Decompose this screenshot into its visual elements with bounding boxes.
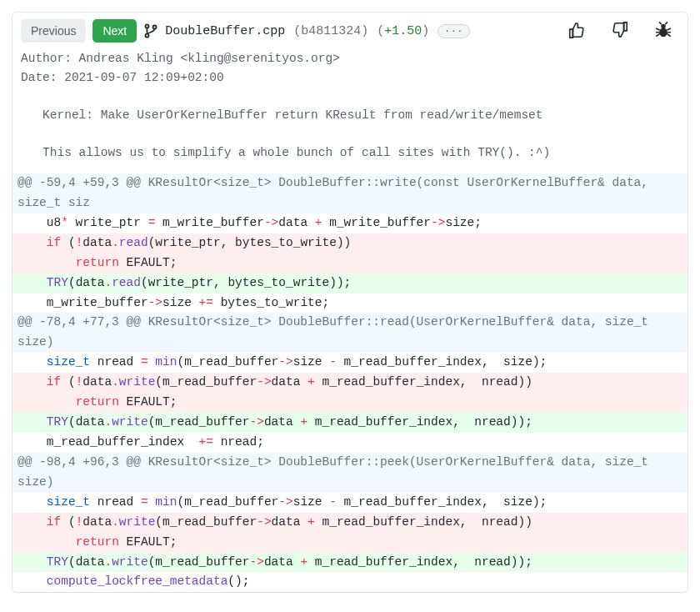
score-close: )	[422, 24, 429, 38]
bug-icon[interactable]	[654, 21, 672, 42]
diff-hunk-header: @@ -98,4 +96,3 @@ KResultOr<size_t> Doub…	[12, 453, 688, 493]
diff-line-removed: return EFAULT;	[12, 393, 688, 413]
commit-date-line: Date: 2021-09-07 12:09+02:00	[21, 71, 224, 84]
diff-body: @@ -59,4 +59,3 @@ KResultOr<size_t> Doub…	[12, 173, 688, 592]
next-button[interactable]: Next	[92, 19, 137, 43]
file-name: DoubleBuffer.cpp	[165, 24, 285, 38]
previous-button[interactable]: Previous	[21, 19, 86, 43]
diff-line-removed: return EFAULT;	[12, 253, 688, 273]
header-row: Previous Next DoubleBuffer.cpp (b4811324…	[12, 13, 688, 46]
score: (+1.50)	[377, 24, 429, 38]
commit-message: Author: Andreas Kling <kling@serenityos.…	[12, 46, 688, 173]
diff-line-context: size_t nread = min(m_read_buffer->size -…	[12, 353, 688, 373]
svg-point-4	[659, 28, 667, 37]
diff-line-removed: return EFAULT;	[12, 533, 688, 553]
commit-author-line: Author: Andreas Kling <kling@serenityos.…	[21, 52, 340, 65]
diff-line-removed: if (!data.write(m_read_buffer->data + m_…	[12, 373, 688, 393]
svg-point-1	[146, 34, 149, 38]
score-value: +1.50	[384, 24, 422, 38]
git-branch-icon	[143, 23, 158, 39]
svg-point-2	[153, 26, 157, 29]
diff-card: Previous Next DoubleBuffer.cpp (b4811324…	[12, 12, 688, 593]
diff-hunk-header: @@ -78,4 +77,3 @@ KResultOr<size_t> Doub…	[12, 313, 688, 353]
diff-line-removed: if (!data.read(write_ptr, bytes_to_write…	[12, 233, 688, 253]
diff-hunk-header: @@ -59,4 +59,3 @@ KResultOr<size_t> Doub…	[12, 173, 688, 213]
diff-line-added: TRY(data.write(m_read_buffer->data + m_r…	[12, 553, 688, 573]
commit-subject: Kernel: Make UserOrKernelBuffer return K…	[21, 108, 543, 122]
diff-line-context: compute_lockfree_metadata();	[12, 572, 688, 592]
diff-line-context: size_t nread = min(m_read_buffer->size -…	[12, 493, 688, 513]
svg-point-0	[146, 24, 149, 28]
diff-line-context: m_read_buffer_index += nread;	[12, 433, 688, 453]
expand-ellipsis-button[interactable]: ···	[438, 24, 470, 38]
score-open: (	[377, 24, 384, 38]
diff-line-added: TRY(data.write(m_read_buffer->data + m_r…	[12, 413, 688, 433]
commit-hash: (b4811324)	[293, 24, 368, 38]
diff-line-added: TRY(data.read(write_ptr, bytes_to_write)…	[12, 273, 688, 293]
action-icons	[568, 21, 679, 42]
diff-line-context: m_write_buffer->size += bytes_to_write;	[12, 293, 688, 314]
thumbs-up-icon[interactable]	[568, 21, 586, 42]
diff-line-context: u8* write_ptr = m_write_buffer->data + m…	[12, 213, 688, 233]
thumbs-down-icon[interactable]	[611, 21, 629, 42]
commit-body: This allows us to simplify a whole bunch…	[21, 146, 550, 159]
diff-line-removed: if (!data.write(m_read_buffer->data + m_…	[12, 513, 688, 533]
file-info: DoubleBuffer.cpp (b4811324) (+1.50) ···	[165, 24, 470, 38]
